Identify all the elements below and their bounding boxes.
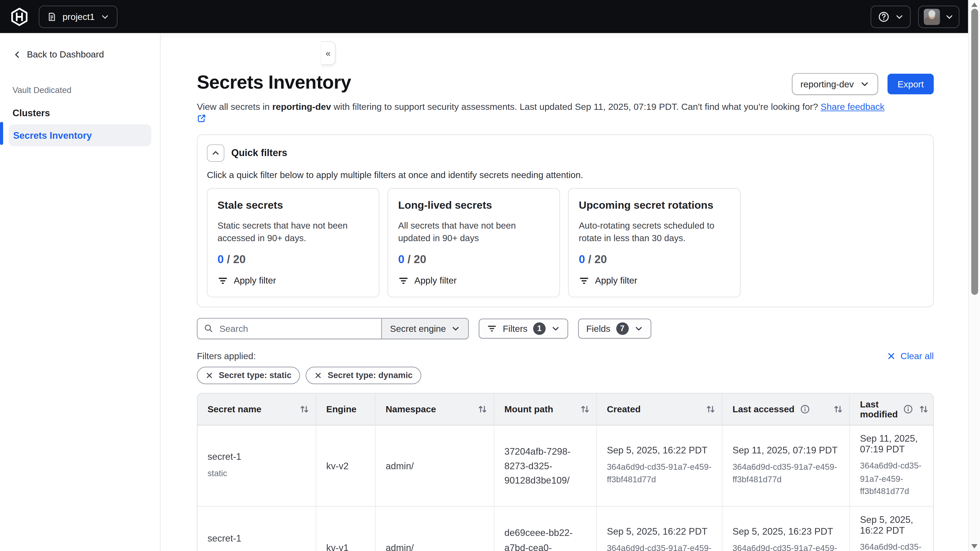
sort-icon[interactable] [919, 404, 929, 414]
card-count: 0 / 20 [398, 253, 549, 266]
column-header[interactable]: Last accessed [722, 393, 850, 425]
card-title: Long-lived secrets [398, 199, 549, 212]
cell-last-accessed: Sep 11, 2025, 07:19 PDT 364a6d9d-cd35-91… [722, 425, 850, 507]
user-menu-button[interactable] [918, 5, 959, 28]
quick-filters-description: Click a quick filter below to apply mult… [207, 170, 924, 180]
sidebar: Back to Dashboard Vault Dedicated Cluste… [0, 33, 161, 551]
column-header[interactable]: Mount path [494, 393, 597, 425]
project-name: project1 [63, 11, 95, 21]
column-header[interactable]: Last modified [850, 393, 934, 425]
quick-filters-panel: Quick filters Click a quick filter below… [197, 134, 934, 307]
cell-last-modified: Sep 11, 2025, 07:19 PDT 364a6d9d-cd35-91… [850, 425, 933, 507]
fields-label: Fields [586, 323, 611, 333]
column-label: Last modified [860, 399, 898, 419]
search-field[interactable] [197, 318, 381, 338]
column-header[interactable]: Engine [316, 393, 375, 425]
quick-filter-card[interactable]: Upcoming secret rotations Auto-rotating … [568, 188, 741, 297]
filter-icon [398, 276, 409, 286]
filters-dropdown-button[interactable]: Filters 1 [479, 318, 568, 338]
filter-chip[interactable]: Secret type: static [197, 366, 300, 384]
cell-secret-name: secret-1 static [197, 507, 316, 551]
scrollbar-thumb[interactable] [971, 9, 978, 295]
column-label: Mount path [504, 404, 553, 414]
hashicorp-logo-icon [10, 7, 29, 26]
table-row[interactable]: secret-1 static kv-v1 admin/ de69ceee-bb… [197, 507, 933, 551]
scrollbar-up-arrow[interactable] [971, 3, 977, 7]
scrollbar-down-arrow[interactable] [971, 544, 977, 548]
secret-type-badge: static [207, 549, 307, 551]
secret-engine-dropdown[interactable]: Secret engine [381, 318, 468, 338]
fields-dropdown-button[interactable]: Fields 7 [578, 318, 651, 338]
sort-icon[interactable] [706, 404, 716, 414]
filters-count-badge: 1 [533, 322, 546, 334]
quick-filters-collapse-button[interactable] [207, 144, 224, 162]
cell-created: Sep 5, 2025, 16:22 PDT 364a6d9d-cd35-91a… [597, 507, 722, 551]
sidebar-collapse-button[interactable]: « [321, 41, 336, 65]
table-row[interactable]: secret-1 static kv-v2 admin/ 37204afb-72… [197, 425, 933, 507]
quick-filters-title: Quick filters [231, 147, 287, 159]
column-label: Namespace [385, 404, 436, 414]
cluster-selector[interactable]: reporting-dev [792, 73, 878, 95]
chevron-down-icon [100, 12, 109, 21]
apply-filter-button[interactable]: Apply filter [398, 276, 549, 286]
page-header: Secrets Inventory reporting-dev Export [197, 72, 934, 95]
chevron-down-icon [945, 12, 954, 21]
help-menu-button[interactable] [871, 5, 911, 28]
info-icon[interactable] [904, 404, 913, 414]
search-combo: Secret engine [197, 318, 469, 339]
card-description: Auto-rotating secrets scheduled to rotat… [579, 219, 730, 244]
card-count: 0 / 20 [217, 253, 369, 266]
quick-filter-card[interactable]: Stale secrets Static secrets that have n… [207, 188, 379, 297]
table-header-row: Secret name Engine Namespace Mount path [197, 393, 933, 425]
column-header[interactable]: Secret name [197, 393, 316, 425]
clear-all-filters-button[interactable]: Clear all [887, 351, 934, 361]
cluster-selector-value: reporting-dev [800, 79, 854, 89]
secret-name: secret-1 [207, 533, 307, 544]
filter-chips: Secret type: static Secret type: dynamic [197, 366, 934, 384]
topbar-right-group [871, 5, 959, 28]
sort-icon[interactable] [833, 404, 843, 414]
content-panel: Secrets Inventory reporting-dev Export V [161, 37, 968, 551]
sort-icon[interactable] [477, 404, 487, 414]
external-link-icon[interactable] [197, 114, 934, 123]
sort-icon[interactable] [299, 404, 309, 414]
apply-filter-button[interactable]: Apply filter [579, 276, 730, 286]
quick-filter-cards: Stale secrets Static secrets that have n… [207, 188, 924, 297]
remove-filter-icon[interactable] [315, 371, 322, 379]
app-shell: Back to Dashboard Vault Dedicated Cluste… [0, 33, 968, 551]
active-item-indicator [0, 122, 3, 145]
sidebar-item-clusters[interactable]: Clusters [13, 108, 147, 118]
card-title: Stale secrets [217, 199, 369, 212]
filters-label: Filters [503, 323, 528, 333]
vertical-scrollbar[interactable] [968, 0, 980, 551]
column-label: Secret name [207, 404, 261, 414]
filter-icon [217, 276, 228, 286]
apply-filter-button[interactable]: Apply filter [217, 276, 369, 286]
filters-applied-label: Filters applied: [197, 351, 256, 361]
document-icon [47, 11, 57, 21]
search-input[interactable] [218, 323, 375, 334]
card-count: 0 / 20 [579, 253, 730, 266]
cell-namespace: admin/ [375, 507, 494, 551]
export-button[interactable]: Export [888, 74, 934, 94]
sort-icon[interactable] [580, 404, 590, 414]
cell-last-accessed: Sep 5, 2025, 16:23 PDT 364a6d9d-cd35-91a… [722, 507, 850, 551]
quick-filter-card[interactable]: Long-lived secrets All secrets that have… [388, 188, 560, 297]
column-header[interactable]: Created [597, 393, 722, 425]
page-title: Secrets Inventory [197, 72, 351, 93]
project-switcher-button[interactable]: project1 [39, 5, 117, 28]
filter-chip[interactable]: Secret type: dynamic [306, 366, 421, 384]
share-feedback-link[interactable]: Share feedback [821, 102, 885, 112]
collapse-icon: « [326, 48, 331, 58]
column-header[interactable]: Namespace [375, 393, 494, 425]
chevron-down-icon [551, 324, 560, 333]
cluster-name: reporting-dev [272, 102, 331, 112]
info-icon[interactable] [800, 404, 810, 414]
filter-icon [579, 276, 589, 286]
top-navigation-bar: project1 [0, 0, 968, 33]
remove-filter-icon[interactable] [206, 371, 213, 379]
back-to-dashboard-link[interactable]: Back to Dashboard [13, 49, 147, 59]
page-description: View all secrets in reporting-dev with f… [197, 102, 934, 112]
filter-icon [487, 323, 497, 333]
sidebar-item-secrets-inventory[interactable]: Secrets Inventory [9, 124, 151, 147]
